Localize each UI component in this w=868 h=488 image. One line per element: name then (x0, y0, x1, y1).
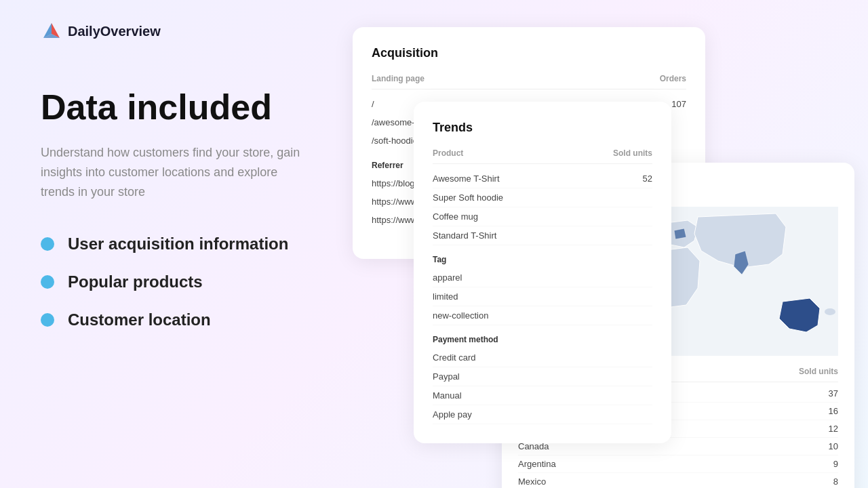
product-name-0: Awesome T-Shirt (433, 174, 500, 184)
feature-item-1: User acquisition information (41, 235, 366, 253)
tag-2: new-collection (433, 306, 652, 325)
tag-0: apparel (433, 268, 652, 287)
feature-dot-3 (41, 313, 54, 327)
trends-row-3: Standard T-Shirt (433, 226, 652, 245)
feature-list: User acquisition information Popular pro… (41, 235, 366, 329)
country-units-2: 12 (829, 424, 838, 434)
payment-3: Apple pay (433, 405, 652, 424)
product-name-2: Coffee mug (433, 211, 478, 222)
product-header: Product (433, 148, 463, 158)
left-content: Data included Understand how customers f… (41, 88, 366, 329)
trends-title: Trends (433, 121, 652, 135)
country-name-4: Argentina (518, 459, 556, 469)
country-name-5: Mexico (518, 476, 546, 487)
tag-1: limited (433, 287, 652, 306)
header: DailyOverview (41, 20, 161, 42)
sold-units-header: Sold units (613, 148, 652, 158)
country-units-0: 37 (829, 388, 838, 399)
landing-orders-0: 107 (671, 99, 686, 109)
trends-row-0: Awesome T-Shirt 52 (433, 169, 652, 188)
trends-row-1: Super Soft hoodie (433, 188, 652, 207)
product-name-1: Super Soft hoodie (433, 192, 503, 203)
tag-header: Tag (433, 255, 652, 264)
subtitle: Understand how customers find your store… (41, 143, 312, 201)
feature-item-3: Customer location (41, 310, 366, 329)
svg-point-4 (825, 308, 835, 315)
demo-row-5: Mexico8 (518, 473, 838, 488)
country-units-3: 10 (829, 441, 838, 451)
country-units-5: 8 (833, 476, 838, 487)
trends-card: Trends Product Sold units Awesome T-Shir… (414, 102, 671, 443)
demo-sold-units-header: Sold units (799, 367, 838, 376)
product-units-0: 52 (643, 174, 652, 184)
feature-label-1: User acquisition information (68, 235, 288, 253)
payment-section: Payment method Credit card Paypal Manual… (433, 335, 652, 424)
landing-page-0: / (372, 99, 374, 109)
demo-row-4: Argentina9 (518, 455, 838, 473)
feature-item-2: Popular products (41, 272, 366, 291)
feature-label-3: Customer location (68, 310, 211, 329)
payment-1: Paypal (433, 367, 652, 386)
feature-dot-1 (41, 237, 54, 251)
acquisition-title: Acquisition (372, 46, 686, 60)
landing-page-header: Landing page (372, 74, 425, 83)
country-units-1: 16 (829, 406, 838, 416)
cards-area: Acquisition Landing page Orders / 107 /a… (346, 20, 868, 488)
main-title: Data included (41, 88, 366, 127)
feature-label-2: Popular products (68, 272, 203, 291)
feature-dot-2 (41, 275, 54, 289)
orders-header: Orders (660, 74, 686, 83)
landing-page-2: /soft-hoodie (372, 136, 418, 146)
landing-page-header-row: Landing page Orders (372, 74, 686, 89)
logo-text: DailyOverview (68, 24, 161, 39)
payment-header: Payment method (433, 335, 652, 344)
payment-0: Credit card (433, 348, 652, 367)
trends-header-row: Product Sold units (433, 148, 652, 164)
logo-icon (41, 20, 62, 42)
payment-2: Manual (433, 386, 652, 405)
trends-row-2: Coffee mug (433, 207, 652, 226)
country-units-4: 9 (833, 459, 838, 469)
tag-section: Tag apparel limited new-collection (433, 255, 652, 325)
product-name-3: Standard T-Shirt (433, 230, 496, 241)
